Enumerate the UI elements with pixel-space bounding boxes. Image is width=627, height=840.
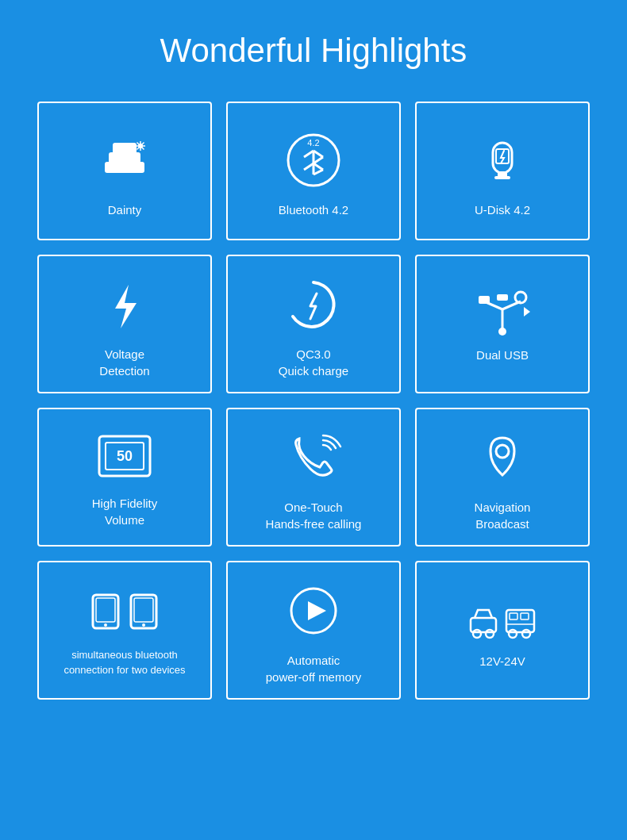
svg-point-35 bbox=[104, 623, 107, 627]
svg-rect-27 bbox=[497, 294, 508, 301]
svg-line-14 bbox=[314, 170, 323, 175]
voltage-icon bbox=[93, 273, 156, 336]
dainty-icon bbox=[93, 128, 156, 192]
svg-point-48 bbox=[522, 630, 530, 638]
page-title: Wonderful Highlights bbox=[160, 32, 467, 70]
bluetooth-label: Bluetooth 4.2 bbox=[279, 201, 348, 218]
card-autopoweroff: Automatic power-off memory bbox=[226, 561, 401, 700]
svg-rect-34 bbox=[96, 598, 115, 622]
qc-icon bbox=[282, 273, 345, 336]
svg-text:50: 50 bbox=[117, 448, 133, 464]
twodevices-icon bbox=[89, 587, 160, 639]
card-voltage: Voltage Detection bbox=[37, 255, 212, 393]
svg-line-13 bbox=[314, 163, 323, 170]
nav-icon bbox=[471, 426, 534, 489]
card-udisk: U-Disk 4.2 bbox=[415, 102, 590, 240]
svg-rect-1 bbox=[109, 152, 140, 163]
bluetooth-icon: 4.2 bbox=[282, 128, 345, 192]
svg-rect-37 bbox=[134, 598, 153, 622]
card-dainty: Dainty bbox=[37, 102, 212, 240]
svg-point-42 bbox=[473, 630, 481, 638]
svg-line-12 bbox=[314, 157, 323, 163]
udisk-icon bbox=[471, 128, 534, 192]
svg-rect-36 bbox=[131, 595, 156, 628]
card-twodevices: simultaneous bluetooth connection for tw… bbox=[37, 561, 212, 700]
card-dualusb: Dual USB bbox=[415, 255, 590, 393]
autopoweroff-icon bbox=[282, 579, 345, 642]
udisk-label: U-Disk 4.2 bbox=[475, 201, 530, 218]
svg-rect-33 bbox=[93, 595, 118, 628]
svg-rect-0 bbox=[105, 162, 144, 173]
card-bluetooth: 4.2 Bluetooth 4.2 bbox=[226, 102, 401, 240]
card-nav: Navigation Broadcast bbox=[415, 408, 590, 547]
svg-rect-2 bbox=[113, 143, 137, 154]
handsfree-label: One-Touch Hands-free calling bbox=[266, 499, 362, 532]
voltage24-label: 12V-24V bbox=[479, 653, 525, 669]
svg-point-26 bbox=[515, 292, 526, 303]
twodevices-label: simultaneous bluetooth connection for tw… bbox=[63, 648, 185, 677]
svg-rect-20 bbox=[494, 176, 510, 179]
svg-point-38 bbox=[142, 623, 145, 627]
card-qc: QC3.0 Quick charge bbox=[226, 255, 401, 393]
svg-marker-28 bbox=[524, 307, 530, 316]
dualusb-label: Dual USB bbox=[476, 347, 529, 363]
features-grid: Dainty 4.2 Bluetooth 4.2 bbox=[37, 102, 590, 700]
svg-marker-40 bbox=[308, 601, 326, 620]
svg-text:4.2: 4.2 bbox=[307, 138, 319, 148]
svg-line-15 bbox=[304, 151, 314, 157]
svg-point-43 bbox=[486, 630, 494, 638]
nav-label: Navigation Broadcast bbox=[475, 499, 531, 532]
hifi-label: High Fidelity Volume bbox=[92, 495, 158, 528]
svg-rect-46 bbox=[521, 613, 529, 619]
dainty-label: Dainty bbox=[108, 201, 142, 218]
qc-label: QC3.0 Quick charge bbox=[279, 346, 348, 379]
svg-line-11 bbox=[314, 151, 323, 157]
svg-rect-25 bbox=[479, 296, 490, 304]
voltage24-icon bbox=[467, 596, 538, 643]
dualusb-icon bbox=[467, 290, 538, 337]
card-handsfree: One-Touch Hands-free calling bbox=[226, 408, 401, 547]
autopoweroff-label: Automatic power-off memory bbox=[266, 652, 362, 685]
voltage-label: Voltage Detection bbox=[99, 346, 149, 379]
card-hifi: 50 High Fidelity Volume bbox=[37, 408, 212, 547]
svg-line-16 bbox=[304, 163, 314, 170]
svg-point-24 bbox=[498, 328, 506, 336]
card-voltage24: 12V-24V bbox=[415, 561, 590, 700]
svg-rect-45 bbox=[510, 613, 517, 619]
svg-point-47 bbox=[509, 630, 517, 638]
svg-point-32 bbox=[496, 445, 509, 458]
hifi-icon: 50 bbox=[93, 430, 156, 485]
handsfree-icon bbox=[282, 426, 345, 489]
